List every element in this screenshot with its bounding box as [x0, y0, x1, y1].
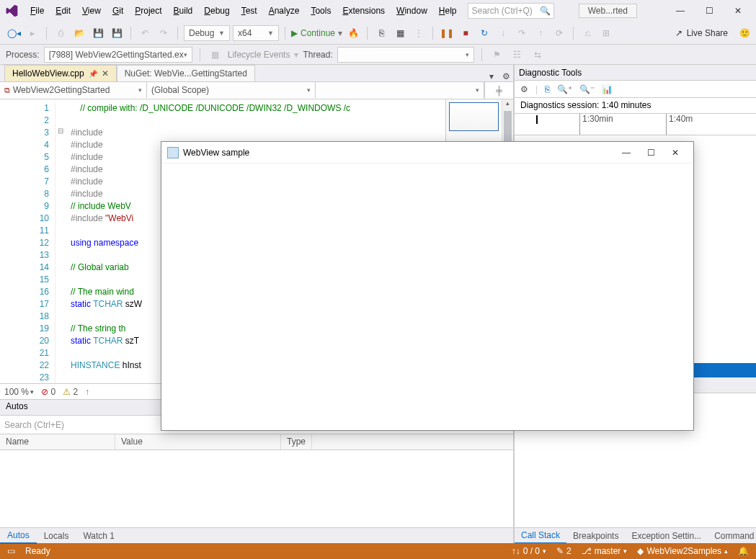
- warning-count[interactable]: ⚠ 2: [63, 387, 78, 397]
- toolbar-btn-6[interactable]: ⊞: [598, 25, 614, 41]
- project-combo[interactable]: ⧉WebView2GettingStarted▾: [0, 82, 147, 98]
- toolbar-btn-3[interactable]: ⋮: [411, 25, 427, 41]
- editor-navbar: ⧉WebView2GettingStarted▾ (Global Scope)▾…: [0, 82, 513, 99]
- stop-button[interactable]: ■: [458, 25, 473, 41]
- scope-combo[interactable]: (Global Scope)▾: [147, 82, 316, 98]
- step-into-button[interactable]: ↓: [495, 25, 511, 41]
- restart-button[interactable]: ↻: [476, 25, 492, 41]
- menu-extensions[interactable]: Extensions: [337, 3, 391, 19]
- popup-maximize-button[interactable]: ☐: [639, 148, 663, 158]
- tab-nuget[interactable]: NuGet: WebVie...GettingStarted: [117, 65, 255, 81]
- hot-reload-button[interactable]: 🔥: [345, 25, 361, 41]
- menu-help[interactable]: Help: [433, 3, 463, 19]
- minimize-button[interactable]: —: [671, 6, 690, 16]
- toolbar-btn-5[interactable]: ⎌: [579, 25, 595, 41]
- thread-label: Thread:: [303, 50, 332, 60]
- diag-chart-icon[interactable]: 📊: [602, 84, 613, 94]
- status-ready: Ready: [25, 546, 50, 556]
- tab-hellowebview[interactable]: HelloWebView.cpp 📌 ✕: [4, 65, 117, 81]
- autos-col-value[interactable]: Value: [115, 434, 281, 450]
- autos-tab-autos[interactable]: Autos: [0, 528, 37, 544]
- search-input[interactable]: Search (Ctrl+Q) 🔍: [468, 3, 554, 19]
- menu-project[interactable]: Project: [129, 3, 167, 19]
- back-button[interactable]: ◯◂: [6, 25, 22, 41]
- lifecycle-label[interactable]: Lifecycle Events: [228, 50, 290, 60]
- zoom-out-icon[interactable]: 🔍⁻: [579, 84, 595, 94]
- live-share-button[interactable]: ↗ Live Share 🙂: [675, 28, 750, 38]
- undo-button[interactable]: ↶: [137, 25, 153, 41]
- thread-combo[interactable]: ▾: [337, 47, 474, 63]
- open-button[interactable]: 📂: [71, 25, 87, 41]
- pin-icon[interactable]: 📌: [89, 70, 97, 78]
- scroll-up-icon[interactable]: ▴: [502, 99, 513, 109]
- close-tab-icon[interactable]: ✕: [102, 68, 109, 79]
- process-combo[interactable]: [7988] WebView2GettingStarted.ex▾: [44, 47, 192, 63]
- autos-tab-watch-1[interactable]: Watch 1: [76, 529, 122, 543]
- rb-tab-1[interactable]: Breakpoints: [566, 529, 625, 543]
- status-changes[interactable]: ✎ 2: [556, 546, 572, 556]
- config-combo[interactable]: Debug▼: [184, 25, 230, 41]
- tab-dropdown-icon[interactable]: ▾: [484, 71, 499, 81]
- autos-col-type[interactable]: Type: [281, 434, 312, 450]
- webview-sample-window[interactable]: WebView sample — ☐ ✕: [161, 141, 694, 431]
- popup-title-bar[interactable]: WebView sample — ☐ ✕: [161, 142, 693, 164]
- member-combo[interactable]: ▾: [316, 82, 484, 98]
- process-label: Process:: [6, 50, 40, 60]
- continue-button[interactable]: ▶ Continue ▾: [291, 28, 342, 38]
- menu-edit[interactable]: Edit: [50, 3, 76, 19]
- toolbar-btn-4[interactable]: ⟳: [551, 25, 567, 41]
- toolbar-btn-1[interactable]: ⎘: [373, 25, 389, 41]
- nav-up-icon[interactable]: ↑: [85, 387, 89, 397]
- step-out-button[interactable]: ↑: [533, 25, 548, 41]
- tab-gear-icon[interactable]: ⚙: [499, 71, 513, 81]
- gear-icon[interactable]: ⚙: [520, 84, 528, 94]
- proc-btn-3[interactable]: ⇆: [530, 47, 546, 63]
- error-count[interactable]: ⊘ 0: [41, 387, 55, 397]
- status-repo[interactable]: ◆ WebView2Samples ▴: [637, 546, 728, 556]
- new-item-button[interactable]: ⎙: [53, 25, 68, 41]
- menu-tools[interactable]: Tools: [305, 3, 337, 19]
- autos-tab-locals[interactable]: Locals: [37, 529, 76, 543]
- redo-button[interactable]: ↷: [156, 25, 172, 41]
- save-button[interactable]: 💾: [90, 25, 106, 41]
- menu-view[interactable]: View: [76, 3, 107, 19]
- menu-analyze[interactable]: Analyze: [263, 3, 306, 19]
- autos-body[interactable]: [0, 450, 513, 527]
- popup-minimize-button[interactable]: —: [614, 148, 639, 158]
- close-button[interactable]: ✕: [729, 6, 747, 16]
- menu-window[interactable]: Window: [391, 3, 433, 19]
- feedback-icon[interactable]: 🙂: [739, 28, 750, 38]
- menu-build[interactable]: Build: [168, 3, 199, 19]
- minimap-viewport[interactable]: [449, 102, 499, 131]
- status-branch[interactable]: ⎇ master ▾: [582, 546, 628, 556]
- platform-combo[interactable]: x64▼: [233, 25, 279, 41]
- diag-tool-icon[interactable]: ⎘: [545, 84, 550, 94]
- popup-close-button[interactable]: ✕: [663, 148, 688, 158]
- proc-btn-1[interactable]: ⚑: [489, 47, 505, 63]
- menu-test[interactable]: Test: [236, 3, 263, 19]
- menu-debug[interactable]: Debug: [198, 3, 235, 19]
- save-all-button[interactable]: 💾: [109, 25, 125, 41]
- title-bar: FileEditViewGitProjectBuildDebugTestAnal…: [0, 0, 756, 22]
- zoom-combo[interactable]: 100 % ▾: [4, 387, 34, 397]
- autos-col-name[interactable]: Name: [0, 434, 115, 450]
- toolbar-btn-2[interactable]: ▦: [392, 25, 408, 41]
- zoom-in-icon[interactable]: 🔍⁺: [557, 84, 572, 94]
- fold-column[interactable]: ⊟: [55, 99, 65, 383]
- rb-tab-0[interactable]: Call Stack: [515, 528, 566, 544]
- rb-tab-2[interactable]: Exception Settin...: [625, 529, 708, 543]
- rb-tab-3[interactable]: Command Win...: [708, 529, 756, 543]
- maximize-button[interactable]: ☐: [700, 6, 719, 16]
- lifecycle-icon[interactable]: ▦: [208, 47, 223, 63]
- step-over-button[interactable]: ↷: [514, 25, 530, 41]
- status-updown[interactable]: ↑↓ 0 / 0 ▾: [512, 546, 546, 556]
- pause-button[interactable]: ❚❚: [439, 25, 455, 41]
- menu-git[interactable]: Git: [107, 3, 129, 19]
- notifications-icon[interactable]: 🔔: [738, 546, 749, 556]
- solution-title[interactable]: Web...rted: [579, 4, 637, 18]
- forward-button: ▸: [25, 25, 40, 41]
- split-editor-button[interactable]: ╪: [484, 82, 513, 99]
- diag-ruler[interactable]: 1:30min 1:40m: [515, 114, 756, 135]
- menu-file[interactable]: File: [25, 3, 50, 19]
- proc-btn-2[interactable]: ☷: [510, 47, 525, 63]
